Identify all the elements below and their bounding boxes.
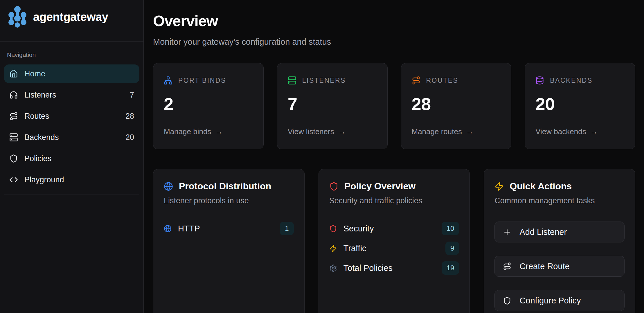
sidebar: agentgateway Navigation Home Listeners 7… xyxy=(0,0,144,313)
sidebar-item-count: 7 xyxy=(130,91,134,100)
arrow-right-icon: → xyxy=(338,127,346,136)
network-icon xyxy=(164,76,172,85)
agentgateway-logo-icon xyxy=(8,6,27,28)
sidebar-nav: Navigation Home Listeners 7 Routes 28 Ba… xyxy=(0,42,143,195)
route-icon xyxy=(503,262,511,271)
stat-label: LISTENERS xyxy=(302,77,346,84)
count-badge: 19 xyxy=(442,261,459,275)
protocol-label: HTTP xyxy=(178,224,200,233)
sidebar-item-backends[interactable]: Backends 20 xyxy=(4,128,139,147)
policy-label: Total Policies xyxy=(343,263,393,273)
stat-value: 28 xyxy=(412,94,501,114)
sidebar-item-label: Listeners xyxy=(24,91,56,100)
sidebar-item-count: 20 xyxy=(125,133,134,142)
protocol-row-http: HTTP 1 xyxy=(164,222,294,235)
app-title: agentgateway xyxy=(33,10,108,24)
main-content: Overview Monitor your gateway's configur… xyxy=(144,0,644,313)
gear-icon xyxy=(329,264,337,272)
panel-protocol-distribution: Protocol Distribution Listener protocols… xyxy=(153,169,305,313)
stat-card-backends[interactable]: BACKENDS 20 View backends → xyxy=(525,63,635,149)
view-backends-link[interactable]: View backends → xyxy=(535,127,625,136)
arrow-right-icon: → xyxy=(590,127,598,136)
app-root: agentgateway Navigation Home Listeners 7… xyxy=(0,0,644,313)
shield-icon xyxy=(329,225,337,233)
zap-icon xyxy=(494,182,504,191)
panel-subtitle: Common management tasks xyxy=(494,196,625,205)
sidebar-divider xyxy=(4,195,139,195)
sidebar-item-playground[interactable]: Playground xyxy=(4,170,139,189)
policy-label: Security xyxy=(343,224,374,233)
page-title: Overview xyxy=(153,12,635,30)
stats-row: PORT BINDS 2 Manage binds → LISTENERS 7 … xyxy=(153,63,635,149)
globe-icon xyxy=(164,182,173,191)
sidebar-item-routes[interactable]: Routes 28 xyxy=(4,107,139,125)
sidebar-item-policies[interactable]: Policies xyxy=(4,149,139,168)
sidebar-item-label: Home xyxy=(24,69,45,78)
policy-row-traffic: Traffic 9 xyxy=(329,241,459,255)
count-badge: 1 xyxy=(280,222,294,235)
panel-title: Policy Overview xyxy=(344,181,415,192)
zap-icon xyxy=(329,244,337,252)
shield-icon xyxy=(9,154,18,163)
stat-label: PORT BINDS xyxy=(178,77,226,84)
manage-routes-link[interactable]: Manage routes → xyxy=(412,127,501,136)
stat-value: 7 xyxy=(288,94,377,114)
shield-icon xyxy=(503,296,511,305)
create-route-button[interactable]: Create Route xyxy=(494,256,625,277)
stat-card-port-binds[interactable]: PORT BINDS 2 Manage binds → xyxy=(153,63,264,149)
route-icon xyxy=(9,112,18,120)
view-listeners-link[interactable]: View listeners → xyxy=(288,127,377,136)
panel-policy-overview: Policy Overview Security and traffic pol… xyxy=(319,169,470,313)
stat-label: BACKENDS xyxy=(550,77,593,84)
server-icon xyxy=(288,76,296,85)
headphones-icon xyxy=(9,91,18,99)
add-listener-button[interactable]: Add Listener xyxy=(494,222,625,242)
count-badge: 10 xyxy=(442,222,459,235)
code-icon xyxy=(9,175,18,184)
sidebar-item-count: 28 xyxy=(125,112,134,121)
stat-value: 20 xyxy=(535,94,625,114)
panel-quick-actions: Quick Actions Common management tasks Ad… xyxy=(484,169,635,313)
sidebar-item-label: Policies xyxy=(24,154,51,163)
shield-icon xyxy=(329,182,339,191)
plus-icon xyxy=(503,228,511,236)
sidebar-item-label: Routes xyxy=(24,112,49,121)
server-icon xyxy=(9,133,18,142)
policy-row-security: Security 10 xyxy=(329,222,459,235)
route-icon xyxy=(412,76,420,85)
count-badge: 9 xyxy=(445,242,459,255)
nav-section-label: Navigation xyxy=(4,51,139,58)
house-icon xyxy=(9,69,18,78)
manage-binds-link[interactable]: Manage binds → xyxy=(164,127,253,136)
panels-row: Protocol Distribution Listener protocols… xyxy=(153,169,635,313)
stat-card-routes[interactable]: ROUTES 28 Manage routes → xyxy=(401,63,512,149)
sidebar-item-label: Backends xyxy=(24,133,59,142)
panel-title: Quick Actions xyxy=(510,181,572,192)
configure-policy-button[interactable]: Configure Policy xyxy=(494,290,625,311)
page-subtitle: Monitor your gateway's configuration and… xyxy=(153,37,635,47)
app-logo: agentgateway xyxy=(0,0,143,42)
policy-row-total-policies: Total Policies 19 xyxy=(329,261,459,275)
panel-subtitle: Security and traffic policies xyxy=(329,196,459,205)
database-icon xyxy=(535,76,544,85)
sidebar-item-home[interactable]: Home xyxy=(4,64,139,83)
arrow-right-icon: → xyxy=(215,127,223,136)
arrow-right-icon: → xyxy=(466,127,474,136)
panel-title: Protocol Distribution xyxy=(179,181,271,192)
globe-icon xyxy=(164,225,172,233)
sidebar-item-listeners[interactable]: Listeners 7 xyxy=(4,86,139,104)
sidebar-item-label: Playground xyxy=(24,175,64,184)
stat-value: 2 xyxy=(164,94,253,114)
stat-card-listeners[interactable]: LISTENERS 7 View listeners → xyxy=(277,63,388,149)
panel-subtitle: Listener protocols in use xyxy=(164,196,294,205)
policy-label: Traffic xyxy=(343,244,366,253)
stat-label: ROUTES xyxy=(426,77,458,84)
